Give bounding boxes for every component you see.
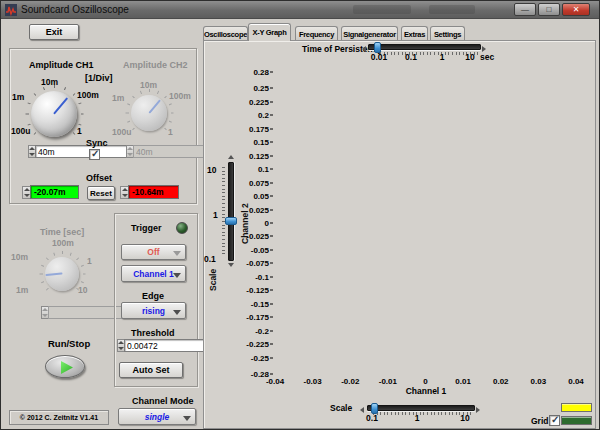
- trigger-edge-dropdown[interactable]: rising: [121, 302, 186, 319]
- grid-color-swatch[interactable]: [561, 416, 592, 425]
- x-scale-slider-track[interactable]: [367, 405, 475, 411]
- x-axis-title: Channel 1: [406, 386, 447, 396]
- amplitude-ch2-spinner: [126, 145, 168, 158]
- tab-xy-graph[interactable]: X-Y Graph: [248, 23, 291, 41]
- y-axis-tick-label: -0.025: [246, 232, 273, 241]
- slider-tick-label: 0.01: [371, 52, 388, 62]
- slider-tick-label: 1: [440, 52, 445, 62]
- increment-decrement-buttons[interactable]: [117, 339, 124, 352]
- minimize-button[interactable]: —: [514, 3, 536, 16]
- trigger-source-dropdown[interactable]: Channel 1: [121, 265, 186, 282]
- y-axis-tick-label: 0.125: [249, 151, 273, 160]
- trigger-mode-dropdown: Off: [121, 244, 186, 260]
- y-axis-tick-label: 0.25: [253, 84, 273, 93]
- knob-scale-label: 1m: [12, 92, 24, 102]
- auto-set-button[interactable]: Auto Set: [119, 362, 183, 378]
- knob-scale-label: 100u: [11, 126, 30, 136]
- app-icon: [5, 4, 17, 16]
- slider-right-arrow-icon[interactable]: [476, 407, 480, 413]
- y-axis-tick-label: 0.05: [253, 192, 273, 201]
- y-axis-tick-label: 0.15: [253, 138, 273, 147]
- channel-mode-dropdown[interactable]: single: [118, 408, 196, 425]
- y-axis: 0.280.250.2250.20.1750.150.1250.10.0750.…: [239, 72, 273, 374]
- tab-extras[interactable]: Extras: [401, 26, 428, 41]
- x-axis-tick-label: 0.04: [568, 377, 584, 386]
- y-axis-tick-label: 0.075: [249, 178, 273, 187]
- slider-up-arrow-icon[interactable]: [228, 155, 234, 159]
- amplitude-unit-label: [1/Div]: [85, 73, 113, 83]
- channel-mode-value: single: [145, 412, 170, 422]
- increment-decrement-buttons: [41, 306, 48, 319]
- x-axis-tick-label: -0.02: [341, 377, 359, 386]
- tab-oscilloscope[interactable]: Oscilloscope: [203, 26, 248, 41]
- trigger-source-value: Channel 1: [133, 269, 174, 279]
- threshold-label: Threshold: [131, 328, 175, 338]
- slider-tick-label: 10: [460, 413, 469, 423]
- slider-tick-label: 0.1: [405, 52, 417, 62]
- x-axis: -0.04-0.03-0.02-0.0100.010.020.030.04: [275, 375, 576, 385]
- trigger-led-indicator: [176, 222, 188, 234]
- increment-decrement-buttons: [126, 145, 133, 158]
- maximize-button[interactable]: □: [538, 3, 560, 16]
- y-axis-tick-label: 0.175: [249, 124, 273, 133]
- trigger-title: Trigger: [131, 223, 162, 233]
- titlebar-glass-artifact: [353, 5, 411, 14]
- trace-color-swatch[interactable]: [561, 403, 592, 412]
- offset-ch1-increment-buttons[interactable]: [22, 186, 30, 199]
- x-axis-tick-label: 0.03: [531, 377, 547, 386]
- persistency-slider-track[interactable]: [368, 44, 481, 50]
- channel-mode-label: Channel Mode: [132, 396, 194, 406]
- slider-tick-label: 0.1: [366, 413, 378, 423]
- knob-scale-label: 10m: [11, 252, 28, 262]
- close-button[interactable]: ✕: [562, 3, 590, 16]
- knob-scale-label: 1: [168, 127, 173, 137]
- increment-decrement-buttons[interactable]: [28, 145, 35, 158]
- chevron-down-icon: [173, 310, 181, 315]
- tab-signalgenerator[interactable]: Signalgenerator: [341, 26, 398, 41]
- time-title: Time [sec]: [40, 227, 84, 237]
- knob-scale-label: 100u: [112, 127, 131, 137]
- copyright-label: © 2012 C. Zeitnitz V1.41: [9, 410, 109, 425]
- y-scale-slider-handle[interactable]: [225, 217, 237, 225]
- offset-reset-button[interactable]: Reset: [87, 186, 115, 200]
- amplitude-ch2-knob: [125, 89, 173, 137]
- trigger-mode-value: Off: [147, 247, 159, 257]
- tab-frequency[interactable]: Frequency: [295, 26, 338, 41]
- slider-tick-label: 1: [415, 413, 420, 423]
- run-stop-button[interactable]: [45, 355, 85, 378]
- slider-down-arrow-icon[interactable]: [228, 263, 234, 267]
- persistency-slider-handle[interactable]: [374, 42, 381, 53]
- y-axis-tick-label: -0.15: [251, 299, 273, 308]
- grid-label: Grid: [531, 416, 548, 426]
- persistency-unit-label: sec: [480, 52, 494, 62]
- y-scale-slider-track[interactable]: [228, 162, 234, 261]
- y-axis-tick-label: -0.2: [255, 326, 273, 335]
- x-axis-tick-label: 0.02: [493, 377, 509, 386]
- x-axis-tick-label: -0.01: [379, 377, 397, 386]
- knob-scale-label: 1m: [16, 285, 28, 295]
- amplitude-ch1-knob[interactable]: [25, 85, 83, 143]
- grid-checkbox[interactable]: [549, 415, 560, 426]
- slider-tick-label: 1: [213, 210, 218, 220]
- knob-scale-label: 1: [87, 256, 92, 266]
- slider-tick-marks: [222, 167, 225, 257]
- y-axis-tick-label: 0.025: [249, 205, 273, 214]
- window-title: Soundcard Oszilloscope: [21, 4, 129, 15]
- knob-scale-label: 10m: [140, 80, 157, 90]
- y-axis-tick-label: -0.1: [255, 272, 273, 281]
- slider-left-arrow-icon[interactable]: [360, 407, 364, 413]
- exit-button[interactable]: Exit: [29, 24, 79, 40]
- sync-checkbox[interactable]: [89, 149, 100, 160]
- knob-scale-label: 10m: [41, 77, 58, 87]
- offset-ch2-display: -10.64m: [128, 185, 179, 199]
- tab-settings[interactable]: Settings: [430, 26, 465, 41]
- x-scale-slider-handle[interactable]: [371, 403, 378, 414]
- slider-left-arrow-icon[interactable]: [362, 46, 366, 52]
- knob-scale-label: 10: [78, 285, 87, 295]
- y-axis-tick-label: -0.05: [251, 245, 273, 254]
- y-axis-tick-label: 0: [265, 219, 273, 228]
- title-bar: Soundcard Oszilloscope — □ ✕: [1, 1, 599, 19]
- offset-ch2-increment-buttons[interactable]: [120, 186, 128, 199]
- slider-tick-label: 10: [465, 52, 474, 62]
- play-icon: [61, 361, 73, 374]
